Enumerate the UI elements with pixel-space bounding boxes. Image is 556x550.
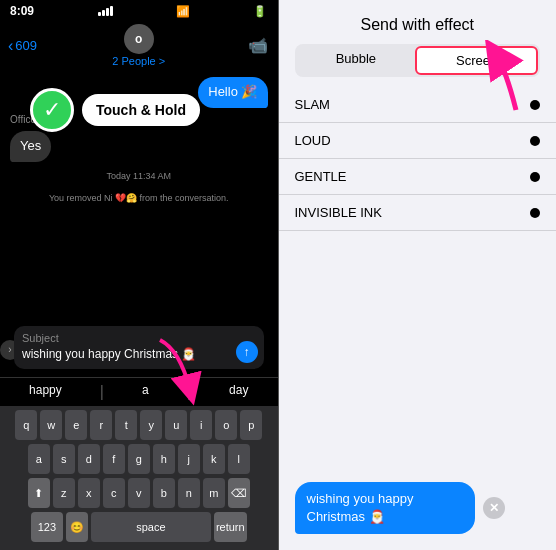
key-j[interactable]: j <box>178 444 200 474</box>
touch-hold-overlay: ✓ Touch & Hold <box>30 88 200 132</box>
left-panel: 8:09 📶 🔋 ‹ 609 o 2 People > 📹 Hello 🎉 Of… <box>0 0 278 550</box>
effect-gentle-dot <box>530 172 540 182</box>
message-bubble-yes: Yes <box>10 131 51 162</box>
message-input-container: › Subject wishing you happy Christmas 🎅 … <box>8 326 270 373</box>
wifi-icon: 📶 <box>176 5 190 18</box>
message-input-area[interactable]: Subject wishing you happy Christmas 🎅 ↑ <box>14 326 264 369</box>
key-backspace[interactable]: ⌫ <box>228 478 250 508</box>
preview-area: wishing you happy Christmas 🎅 ✕ <box>279 470 557 550</box>
effect-list: SLAM LOUD GENTLE INVISIBLE INK <box>279 87 557 470</box>
video-call-icon[interactable]: 📹 <box>248 36 268 55</box>
key-k[interactable]: k <box>203 444 225 474</box>
pink-arrow-right <box>446 40 536 120</box>
back-count: 609 <box>15 38 37 53</box>
key-emoji[interactable]: 😊 <box>66 512 88 542</box>
key-n[interactable]: n <box>178 478 200 508</box>
input-text-value[interactable]: wishing you happy Christmas 🎅 <box>22 346 256 363</box>
autocomplete-a[interactable]: a <box>142 383 149 401</box>
message-bubble-hello: Hello 🎉 <box>198 77 267 108</box>
key-r[interactable]: r <box>90 410 112 440</box>
key-l[interactable]: l <box>228 444 250 474</box>
keyboard-row-2: a s d f g h j k l <box>2 444 276 474</box>
key-d[interactable]: d <box>78 444 100 474</box>
contact-name[interactable]: 2 People > <box>112 55 165 67</box>
send-button[interactable]: ↑ <box>236 341 258 363</box>
key-w[interactable]: w <box>40 410 62 440</box>
key-e[interactable]: e <box>65 410 87 440</box>
key-a[interactable]: a <box>28 444 50 474</box>
autocomplete-bar: happy | a | day <box>0 377 278 406</box>
key-z[interactable]: z <box>53 478 75 508</box>
key-numbers[interactable]: 123 <box>31 512 63 542</box>
nav-center: o 2 People > <box>112 24 165 67</box>
key-y[interactable]: y <box>140 410 162 440</box>
key-space[interactable]: space <box>91 512 211 542</box>
preview-message-bubble: wishing you happy Christmas 🎅 <box>295 482 475 534</box>
effect-invisible-ink[interactable]: INVISIBLE INK <box>279 195 557 231</box>
effect-loud-dot <box>530 136 540 146</box>
autocomplete-happy[interactable]: happy <box>29 383 62 401</box>
battery-icon: 🔋 <box>253 5 267 18</box>
keyboard-row-1: q w e r t y u i o p <box>2 410 276 440</box>
signal-bars <box>98 6 113 16</box>
key-return[interactable]: return <box>214 512 247 542</box>
time-display: 8:09 <box>10 4 34 18</box>
touch-hold-badge: Touch & Hold <box>82 94 200 126</box>
check-icon: ✓ <box>30 88 74 132</box>
effect-gentle-label: GENTLE <box>295 169 347 184</box>
key-c[interactable]: c <box>103 478 125 508</box>
system-message-time: Today 11:34 AM <box>10 168 268 185</box>
key-h[interactable]: h <box>153 444 175 474</box>
avatar: o <box>124 24 154 54</box>
effect-loud[interactable]: LOUD <box>279 123 557 159</box>
key-m[interactable]: m <box>203 478 225 508</box>
key-t[interactable]: t <box>115 410 137 440</box>
effect-slam-label: SLAM <box>295 97 330 112</box>
system-message-removed: You removed Ni 💔🤗 from the conversation. <box>10 190 268 207</box>
effect-gentle[interactable]: GENTLE <box>279 159 557 195</box>
key-s[interactable]: s <box>53 444 75 474</box>
subject-label: Subject <box>22 332 256 344</box>
keyboard: q w e r t y u i o p a s d f g h j k l ⬆ … <box>0 406 278 550</box>
key-q[interactable]: q <box>15 410 37 440</box>
key-shift[interactable]: ⬆ <box>28 478 50 508</box>
right-panel: Send with effect Bubble Screen SLAM LOUD… <box>279 0 557 550</box>
key-x[interactable]: x <box>78 478 100 508</box>
keyboard-row-4: 123 😊 space return <box>2 512 276 542</box>
effect-title: Send with effect <box>279 0 557 44</box>
key-f[interactable]: f <box>103 444 125 474</box>
tab-bubble[interactable]: Bubble <box>297 46 416 75</box>
close-preview-button[interactable]: ✕ <box>483 497 505 519</box>
key-g[interactable]: g <box>128 444 150 474</box>
key-v[interactable]: v <box>128 478 150 508</box>
status-bar: 8:09 📶 🔋 <box>0 0 278 22</box>
nav-bar: ‹ 609 o 2 People > 📹 <box>0 22 278 73</box>
key-i[interactable]: i <box>190 410 212 440</box>
effect-invisible-ink-label: INVISIBLE INK <box>295 205 382 220</box>
key-u[interactable]: u <box>165 410 187 440</box>
key-p[interactable]: p <box>240 410 262 440</box>
back-button[interactable]: ‹ 609 <box>8 37 37 55</box>
keyboard-row-3: ⬆ z x c v b n m ⌫ <box>2 478 276 508</box>
effect-loud-label: LOUD <box>295 133 331 148</box>
effect-invisible-ink-dot <box>530 208 540 218</box>
key-o[interactable]: o <box>215 410 237 440</box>
chevron-left-icon: ‹ <box>8 37 13 55</box>
key-b[interactable]: b <box>153 478 175 508</box>
autocomplete-day[interactable]: day <box>229 383 248 401</box>
